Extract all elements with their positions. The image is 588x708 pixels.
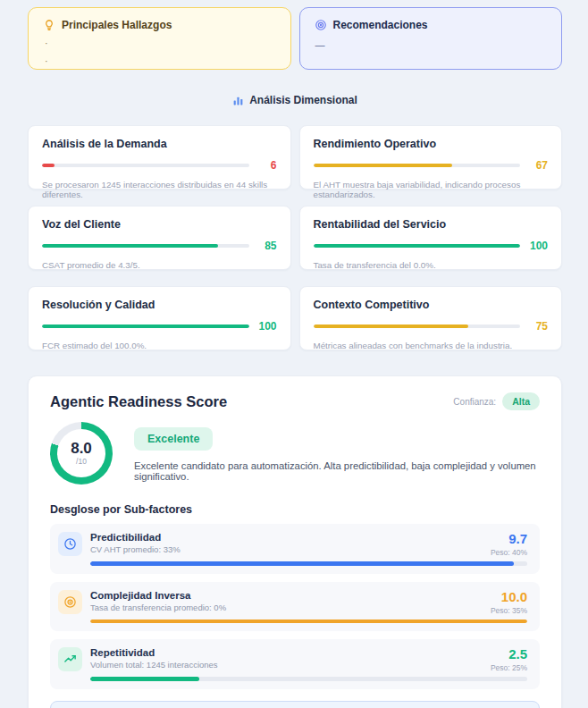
dimension-title: Contexto Competitivo [314,299,549,311]
score-max: /10 [76,457,87,466]
progress-fill [90,677,199,681]
dimension-score: 75 [528,320,548,333]
dimension-card-demanda: Análisis de la Demanda 6 Se procesaron 1… [28,125,291,190]
dimension-title: Voz del Cliente [42,218,277,231]
bar-chart-icon [232,95,244,106]
recommendations-title: Recomendaciones [333,19,428,31]
subfactor-weight: Peso: 40% [491,548,527,557]
dimension-title: Resolución y Calidad [42,299,277,311]
findings-title: Principales Hallazgos [62,19,172,31]
agentic-readiness-card: Agentic Readiness Score Confianza: Alta … [28,375,562,708]
subfactor-row-predictibilidad: Predictibilidad CV AHT promedio: 33% 9.7… [50,524,540,574]
dimension-description: El AHT muestra baja variabilidad, indica… [314,180,549,199]
dimension-description: Se procesaron 1245 interacciones distrib… [42,180,277,199]
confidence-badge: Alta [502,392,540,410]
dimension-description: FCR estimado del 100.0%. [42,341,277,350]
subfactor-value: 10.0 [491,590,527,603]
report-page: Principales Hallazgos · · Recomendacione… [0,0,588,708]
subfactor-row-complejidad: Complejidad Inversa Tasa de transferenci… [50,582,540,632]
dimension-description: Tasa de transferencia del 0.0%. [314,260,549,270]
confidence-label: Confianza: [453,397,496,407]
subfactor-value: 2.5 [491,647,527,661]
subfactor-name: Complejidad Inversa [90,590,491,601]
findings-card: Principales Hallazgos · · [28,7,291,70]
findings-header: Principales Hallazgos [43,19,276,31]
subfactor-weight: Peso: 25% [491,663,527,672]
progress-fill [90,620,527,624]
subfactor-name: Predictibilidad [90,532,491,543]
subfactor-name: Repetitividad [90,647,491,658]
progress-track [42,164,249,168]
progress-track [314,164,521,168]
section-header: Análisis Dimensional [28,94,562,106]
subfactor-weight: Peso: 35% [491,606,527,615]
dimension-score: 100 [528,240,548,252]
progress-fill [42,164,55,168]
dimension-card-voz-cliente: Voz del Cliente 85 CSAT promedio de 4.3/… [28,206,291,270]
subfactor-detail: Tasa de transferencia promedio: 0% [90,603,491,612]
subfactor-icon-wrap [58,532,82,556]
recommendations-card: Recomendaciones — [299,7,563,70]
subfactor-icon-wrap [58,590,82,614]
lightbulb-icon [43,19,55,31]
dimension-card-rentabilidad: Rentabilidad del Servicio 100 Tasa de tr… [299,206,563,270]
dimension-description: Métricas alineadas con benchmarks de la … [314,341,549,350]
dimension-title: Rentabilidad del Servicio [314,218,549,231]
progress-fill [314,164,452,168]
progress-fill [90,561,514,566]
subfactor-detail: Volumen total: 1245 interacciones [90,660,491,670]
recommendations-header: Recomendaciones [315,19,548,31]
dimension-grid: Análisis de la Demanda 6 Se procesaron 1… [28,125,562,350]
subfactors-title: Desglose por Sub-factores [50,503,540,516]
note-box: Nota: El Agentic Readiness Score evalúa … [50,701,540,708]
dimension-card-contexto: Contexto Competitivo 75 Métricas alinead… [299,286,563,350]
dimension-title: Análisis de la Demanda [42,138,277,150]
subfactor-detail: CV AHT promedio: 33% [90,544,491,554]
finding-item: · [43,38,276,49]
trend-up-icon [63,653,77,666]
dimension-card-rendimiento: Rendimiento Operativo 67 El AHT muestra … [299,125,563,190]
progress-fill [42,324,249,329]
dimension-score: 6 [257,159,277,172]
progress-track [314,244,521,249]
section-title: Análisis Dimensional [249,94,357,106]
progress-track [42,244,249,249]
progress-fill [314,244,521,249]
progress-track [90,620,527,624]
progress-track [42,324,249,329]
score-value: 8.0 [71,441,92,456]
dimension-title: Rendimiento Operativo [314,138,549,150]
dimension-score: 67 [528,159,548,172]
target-icon [315,19,327,31]
finding-item: · [43,55,276,67]
subfactor-value: 9.7 [491,532,527,545]
dimension-score: 85 [257,240,277,252]
clock-icon [63,537,77,551]
dimension-card-resolucion: Resolución y Calidad 100 FCR estimado de… [28,286,291,350]
rating-badge: Excelente [134,427,213,451]
score-ring: 8.0 /10 [50,422,113,485]
progress-track [90,561,527,566]
progress-fill [42,244,218,249]
agentic-title: Agentic Readiness Score [50,393,227,410]
target-icon [63,595,77,609]
progress-track [90,677,527,681]
progress-track [314,324,521,329]
dimension-description: CSAT promedio de 4.3/5. [42,260,277,270]
top-cards-row: Principales Hallazgos · · Recomendacione… [28,7,562,70]
agentic-description: Excelente candidato para automatización.… [134,460,540,482]
subfactor-icon-wrap [58,647,82,671]
recommendations-content: — [315,39,548,50]
dimension-score: 100 [257,320,277,333]
progress-fill [314,324,469,329]
subfactor-row-repetitividad: Repetitividad Volumen total: 1245 intera… [50,639,540,689]
